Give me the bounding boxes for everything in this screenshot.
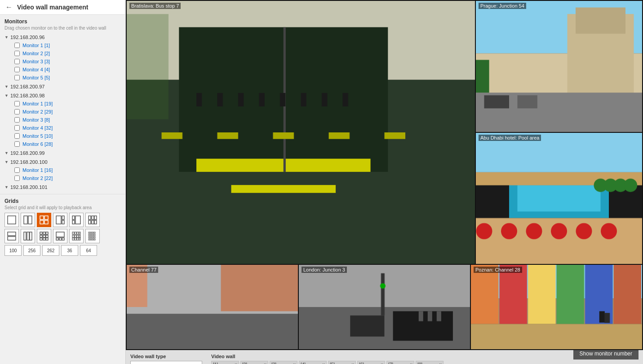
monitor-98-4[interactable]: Monitor 4 [32] (4, 124, 121, 132)
monitor-100-2[interactable]: Monitor 2 [22] (4, 174, 121, 182)
bottom-controls-row: Video wall type Video wall type 4 x 8 Vi… (130, 354, 639, 364)
svg-rect-29 (46, 235, 48, 237)
monitor-98-3[interactable]: Monitor 3 [8] (4, 116, 121, 124)
vwall-cell-close[interactable]: × (410, 362, 412, 364)
vwall-grid-container: [1]×[2]×[3]×[4]×[5]×[6]×[7]×[8]×[9]×[10]… (211, 361, 639, 364)
grid-text-row: 100 256 262 36 64 (4, 245, 121, 256)
vwall-cell-close[interactable]: × (235, 362, 237, 364)
monitor-98-2[interactable]: Monitor 2 [29] (4, 108, 121, 116)
tree-group-100: ▼ 192.168.200.100 Monitor 1 [16] Monitor… (4, 158, 121, 182)
ip-98: 192.168.200.98 (10, 93, 44, 98)
vwall-cell-close[interactable]: × (351, 362, 354, 364)
tree-group-header-98[interactable]: ▼ 192.168.200.98 (4, 92, 121, 100)
grid-icon-2row[interactable] (4, 229, 19, 243)
svg-rect-0 (8, 216, 16, 224)
grid-btn-100[interactable]: 100 (4, 245, 22, 256)
grid-btn-256[interactable]: 256 (23, 245, 40, 256)
ip-100: 192.168.200.100 (10, 159, 48, 165)
svg-rect-60 (94, 237, 95, 238)
svg-rect-9 (62, 220, 64, 224)
monitor-98-5[interactable]: Monitor 5 [10] (4, 132, 121, 140)
show-monitor-button[interactable]: Show monitor number (573, 350, 639, 360)
grids-subtitle: Select grid and it will apply to playbac… (4, 205, 121, 210)
grid-icon-3x3[interactable] (37, 229, 51, 243)
svg-rect-38 (75, 232, 76, 234)
grid-icon-featured2[interactable] (69, 213, 84, 227)
svg-rect-3 (40, 216, 44, 219)
grid-icon-custom[interactable] (85, 229, 100, 243)
vwall-cell-close[interactable]: × (293, 362, 296, 364)
vwall-cell-close[interactable]: × (381, 362, 383, 364)
arrow-100: ▼ (4, 160, 9, 164)
svg-rect-30 (40, 238, 42, 240)
grid-icons-row-1 (4, 213, 121, 227)
grid-icon-4x3[interactable] (69, 229, 84, 243)
svg-rect-35 (59, 238, 62, 240)
tree-group-header-97[interactable]: ▼ 192.168.200.97 (4, 83, 121, 91)
svg-rect-32 (46, 238, 48, 240)
video-label-poznan: Poznan: Channel 28 (474, 267, 522, 273)
ip-101: 192.168.200.101 (10, 184, 48, 190)
svg-rect-55 (92, 234, 93, 236)
svg-rect-6 (44, 220, 48, 224)
svg-rect-51 (92, 232, 93, 233)
grid-icon-featured3[interactable] (53, 229, 67, 243)
monitor-96-2[interactable]: Monitor 2 [2] (4, 49, 121, 57)
bottom-panel: Video wall type Video wall type 4 x 8 Vi… (126, 350, 643, 364)
svg-rect-21 (24, 232, 26, 240)
monitor-96-3[interactable]: Monitor 3 [3] (4, 57, 121, 66)
vwall-cell-close[interactable]: × (439, 362, 442, 364)
back-button[interactable]: ← (4, 3, 13, 12)
svg-rect-14 (92, 216, 94, 219)
vwall-cell[interactable]: [1]× (211, 361, 239, 364)
svg-rect-64 (94, 239, 95, 240)
monitor-96-5[interactable]: Monitor 5 [5] (4, 74, 121, 82)
monitor-96-4[interactable]: Monitor 4 [4] (4, 66, 121, 74)
grid-icon-2x2[interactable] (37, 213, 51, 227)
vwall-type-select[interactable]: Video wall type 4 x 8 Video wall type 2 … (130, 361, 202, 364)
svg-rect-27 (40, 235, 42, 237)
video-cell-london: London: Junction 3 (299, 265, 470, 349)
tree-group-header-101[interactable]: ▼ 192.168.200.101 (4, 183, 121, 191)
grid-icon-2x3[interactable] (85, 213, 100, 227)
vwall-cell[interactable]: [4]× (299, 361, 327, 364)
vwall-cell-close[interactable]: × (322, 362, 325, 364)
svg-rect-42 (77, 235, 79, 237)
svg-rect-44 (75, 238, 76, 240)
svg-rect-37 (72, 232, 74, 234)
svg-rect-23 (30, 232, 32, 240)
grid-icons-row-2 (4, 229, 121, 243)
vwall-cell[interactable]: [3]× (270, 361, 297, 364)
vwall-cell[interactable]: [5]× (328, 361, 356, 364)
grid-icon-1x2[interactable] (21, 213, 35, 227)
monitor-100-1[interactable]: Monitor 1 [16] (4, 166, 121, 174)
vwall-cell[interactable]: [2]× (240, 361, 268, 364)
svg-rect-34 (56, 238, 58, 240)
ip-96: 192.168.200.96 (10, 35, 44, 40)
svg-rect-39 (77, 232, 79, 234)
svg-rect-63 (92, 239, 93, 240)
video-area: Bratislava: Bus stop 7 Prague: Junction … (126, 0, 643, 265)
page-title: Video wall management (17, 4, 88, 11)
svg-rect-31 (43, 238, 45, 240)
vwall-cell[interactable]: [7]× (386, 361, 414, 364)
grid-icon-1x1[interactable] (4, 213, 19, 227)
svg-rect-49 (89, 232, 90, 233)
tree-group-header-99[interactable]: ▼ 192.168.200.99 (4, 149, 121, 157)
monitor-98-1[interactable]: Monitor 1 [19] (4, 100, 121, 108)
grid-icon-3col[interactable] (21, 229, 35, 243)
monitor-96-1[interactable]: Monitor 1 [1] (4, 41, 121, 49)
vwall-cell-close[interactable]: × (264, 362, 266, 364)
grid-btn-36[interactable]: 36 (61, 245, 78, 256)
vwall-cell[interactable]: [8]× (416, 361, 443, 364)
tree-group-header-96[interactable]: ▼ 192.168.200.96 (4, 33, 121, 41)
vwall-cell[interactable]: [6]× (357, 361, 385, 364)
grid-btn-64[interactable]: 64 (80, 245, 97, 256)
grids-section: Grids Select grid and it will apply to p… (0, 194, 125, 259)
grid-icon-featured1[interactable] (53, 213, 67, 227)
grid-btn-262[interactable]: 262 (42, 245, 59, 256)
tree-group-header-100[interactable]: ▼ 192.168.200.100 (4, 158, 121, 166)
monitor-98-6[interactable]: Monitor 6 [28] (4, 140, 121, 148)
svg-rect-26 (46, 232, 48, 234)
svg-rect-4 (44, 216, 48, 219)
